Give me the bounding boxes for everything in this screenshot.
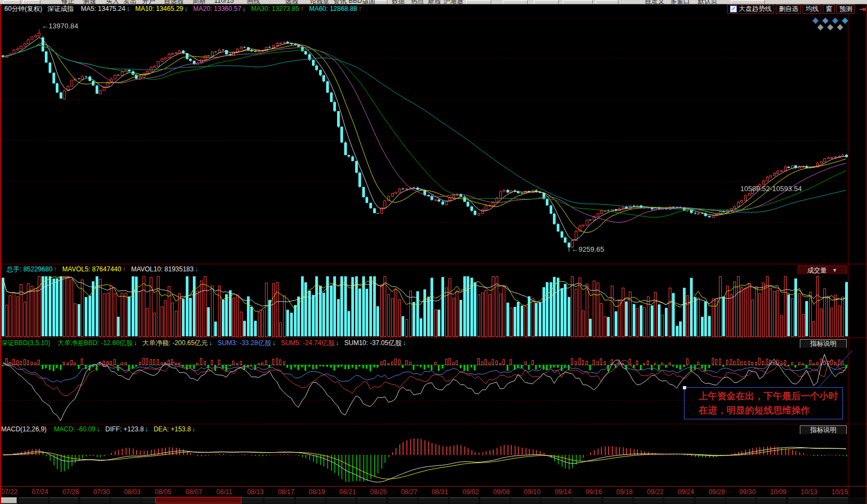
ma-settings-button[interactable]: 均线 bbox=[803, 4, 821, 14]
scrollbar-segment[interactable] bbox=[572, 497, 601, 503]
menu-item[interactable]: 110/15 bbox=[214, 0, 234, 4]
date-axis: 07/2207/2407/2807/3008/0308/0508/0708/11… bbox=[0, 486, 867, 497]
symbol-label[interactable]: 深证成指 bbox=[48, 5, 74, 13]
scrollbar-segment[interactable] bbox=[726, 497, 756, 503]
scrollbar-segment[interactable] bbox=[664, 497, 694, 503]
ma-value-3: MA30: 13273.85 bbox=[251, 5, 299, 13]
menu-item[interactable]: 资讯 bbox=[333, 0, 346, 4]
scrollbar-segment[interactable] bbox=[388, 497, 417, 503]
menu-item[interactable]: 选股 bbox=[285, 0, 298, 4]
ma-value-2: MA20: 13360.57 bbox=[193, 5, 241, 13]
menu-item[interactable]: 数据 bbox=[392, 0, 405, 4]
next-page-icon[interactable]: ⇥ bbox=[859, 4, 866, 14]
checkbox-checked-icon[interactable]: ✓ bbox=[730, 5, 737, 13]
date-label: 08/19 bbox=[309, 488, 325, 496]
annotation-text-line: 上午资金在出，下午最后一个小时 bbox=[699, 389, 842, 404]
scrollbar-home-button[interactable] bbox=[1, 497, 17, 503]
scrollbar-segment[interactable] bbox=[80, 497, 110, 503]
menu-item[interactable]: 沪港通 bbox=[444, 0, 463, 4]
trendline-label: 大盘趋势线 bbox=[739, 4, 771, 14]
menu-item[interactable]: 画线 bbox=[247, 0, 260, 4]
period-label[interactable]: 60分钟(复权) bbox=[4, 5, 42, 13]
volume-value-2: MAVOL10: 81935183 bbox=[131, 265, 194, 273]
down-arrow-icon: ↓ bbox=[194, 265, 198, 273]
down-arrow-icon: ↓ bbox=[403, 339, 406, 347]
menu-item[interactable]: 论股堂 bbox=[310, 0, 329, 4]
scrollbar-segment[interactable] bbox=[541, 497, 571, 503]
diamond-logo-icon: ◆ bbox=[817, 22, 824, 31]
scrollbar-segment[interactable] bbox=[19, 497, 48, 503]
date-label: 08/25 bbox=[370, 488, 387, 496]
up-arrow-icon: ↑ bbox=[122, 265, 126, 273]
menu-item[interactable]: 版面 bbox=[362, 0, 375, 4]
scrollbar-segment[interactable] bbox=[511, 497, 540, 503]
menu-item[interactable]: 卖出 bbox=[123, 0, 137, 4]
scrollbar-segment[interactable] bbox=[480, 497, 510, 503]
forecast-button[interactable]: 预测 bbox=[836, 4, 855, 14]
bbd-value-2: SUM3: -33.28亿股 bbox=[217, 339, 271, 347]
bottom-scrollbar[interactable] bbox=[0, 497, 867, 504]
macd-chart-canvas[interactable] bbox=[1, 434, 848, 486]
annotation-box[interactable]: 上午资金在出，下午最后一个小时 在进，明显的短线思维操作 bbox=[684, 387, 843, 419]
scrollbar-segment[interactable] bbox=[603, 497, 633, 503]
gap-price-label: 10589.52-10593.54 bbox=[740, 185, 802, 193]
toolbar-button[interactable] bbox=[731, 0, 765, 4]
toolbar-button[interactable] bbox=[3, 0, 21, 4]
delete-watchlist-button[interactable]: 删自选 bbox=[776, 4, 801, 14]
menu-item[interactable]: 测速 bbox=[83, 0, 96, 4]
bbd-title[interactable]: 深证BBD(3,5,10) bbox=[1, 339, 50, 347]
menu-item[interactable]: 开户 bbox=[142, 0, 155, 4]
annotation-drag-handle[interactable] bbox=[683, 386, 686, 389]
down-arrow-icon: ↓ bbox=[97, 425, 100, 433]
date-label: 08/27 bbox=[401, 488, 417, 496]
menu-item[interactable]: 修正 bbox=[61, 0, 74, 4]
toolbar-button[interactable] bbox=[595, 0, 618, 4]
scrollbar-thumb[interactable] bbox=[155, 497, 241, 503]
menu-item[interactable]: BBD bbox=[349, 0, 362, 4]
scrollbar-segment[interactable] bbox=[49, 497, 79, 503]
scrollbar-segment[interactable] bbox=[788, 497, 817, 503]
trendline-checkbox[interactable]: ✓ 大盘趋势线 bbox=[727, 4, 774, 14]
date-label: 09/24 bbox=[678, 488, 694, 496]
date-label: 08/05 bbox=[155, 488, 172, 496]
macd-title[interactable]: MACD(12,26,9) bbox=[1, 425, 46, 433]
menu-item[interactable]: 多窗口 bbox=[670, 0, 690, 4]
menu-item[interactable]: 默认页 bbox=[698, 0, 717, 4]
scrollbar-segment[interactable] bbox=[449, 497, 479, 503]
down-arrow-icon: ↓ bbox=[126, 5, 129, 13]
scrollbar-segment[interactable] bbox=[296, 497, 325, 503]
top-menu-bar[interactable]: 修正测速买入卖出开户自选股周期110/15画线选股论股堂资讯BBD版面数据热点新… bbox=[0, 0, 867, 4]
scrollbar-segment[interactable] bbox=[634, 497, 663, 503]
low-price-label: ←9259.65 bbox=[571, 245, 604, 253]
menu-item[interactable]: 自定义 bbox=[645, 0, 664, 4]
menu-item[interactable]: 自选股 bbox=[164, 0, 184, 4]
right-edge-border bbox=[866, 4, 866, 504]
menu-item[interactable]: 热点 bbox=[411, 0, 424, 4]
kline-chart-canvas[interactable] bbox=[1, 14, 848, 264]
bbd-value-3: SUM5: -24.74亿股 bbox=[281, 339, 334, 347]
scrollbar-segment[interactable] bbox=[757, 497, 786, 503]
menu-item[interactable]: 周期 bbox=[192, 0, 205, 4]
date-label: 09/22 bbox=[647, 488, 663, 496]
scrollbar-segment[interactable] bbox=[111, 497, 140, 503]
toolbar-button[interactable] bbox=[466, 0, 491, 4]
scrollbar-segment[interactable] bbox=[326, 497, 356, 503]
toolbar-button[interactable] bbox=[503, 0, 528, 4]
scrollbar-segment[interactable] bbox=[418, 497, 448, 503]
date-label: 08/07 bbox=[186, 488, 202, 496]
window-button[interactable]: 窗 bbox=[823, 4, 835, 14]
date-label: 09/02 bbox=[463, 488, 479, 496]
date-label: 09/28 bbox=[709, 488, 725, 496]
down-arrow-icon: ↓ bbox=[272, 339, 275, 347]
volume-chart-canvas[interactable] bbox=[1, 274, 848, 337]
menu-item[interactable]: 买入 bbox=[106, 0, 119, 4]
toolbar-button[interactable] bbox=[23, 0, 40, 4]
menu-item[interactable]: 新股 bbox=[428, 0, 441, 4]
macd-value-0: MACD: -60.09 bbox=[54, 425, 96, 433]
scrollbar-segment[interactable] bbox=[818, 497, 848, 503]
toolbar-button[interactable] bbox=[563, 0, 593, 4]
scrollbar-segment[interactable] bbox=[357, 497, 386, 503]
toolbar-button[interactable] bbox=[534, 0, 559, 4]
scrollbar-segment[interactable] bbox=[695, 497, 725, 503]
scrollbar-segment[interactable] bbox=[264, 497, 294, 503]
